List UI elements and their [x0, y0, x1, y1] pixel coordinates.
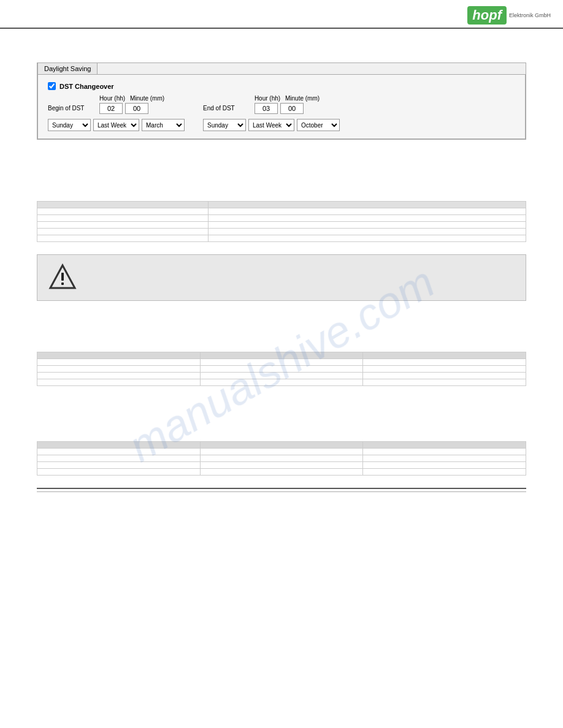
- logo: hopf Elektronik GmbH: [467, 6, 551, 25]
- table-row: [37, 208, 526, 215]
- begin-hour-label: Hour (hh): [97, 95, 128, 102]
- table3: [37, 441, 526, 476]
- table-row: [37, 366, 526, 373]
- end-minute-input[interactable]: 00: [280, 103, 304, 114]
- end-week-select[interactable]: First WeekSecond WeekThird Week Last Wee…: [248, 119, 294, 131]
- table-row: [37, 215, 526, 222]
- header: hopf Elektronik GmbH: [0, 0, 563, 29]
- end-day-select[interactable]: SundayMondayTuesday WednesdayThursdayFri…: [203, 119, 246, 131]
- begin-month-select[interactable]: JanuaryFebruaryMarch AprilMayJune JulyAu…: [142, 119, 185, 131]
- begin-day-select[interactable]: SundayMondayTuesday WednesdayThursdayFri…: [48, 119, 91, 131]
- dst-fields: Hour (hh) Minute (mm) Begin of DST 02 00…: [48, 95, 515, 131]
- end-minute-label: Minute (mm): [285, 95, 320, 102]
- dst-changeover-checkbox[interactable]: [48, 82, 56, 90]
- table2: [37, 352, 526, 386]
- table-row: [37, 455, 526, 462]
- dst-tab-label[interactable]: Daylight Saving: [37, 63, 98, 74]
- table1: [37, 201, 526, 242]
- dst-checkbox-row: DST Changeover: [48, 82, 515, 90]
- begin-dropdowns: SundayMondayTuesday WednesdayThursdayFri…: [48, 119, 185, 131]
- begin-week-select[interactable]: First WeekSecond WeekThird Week Last Wee…: [93, 119, 139, 131]
- logo-text: hopf: [467, 6, 507, 25]
- warning-box: [37, 254, 526, 301]
- bottom-line: [37, 488, 526, 489]
- dst-changeover-label: DST Changeover: [59, 83, 114, 90]
- table-row: [37, 449, 526, 455]
- table-row: [37, 379, 526, 386]
- svg-rect-2: [61, 282, 64, 285]
- begin-hour-input[interactable]: 02: [99, 103, 123, 114]
- table-row: [37, 462, 526, 469]
- table-row: [37, 229, 526, 235]
- table-row: [37, 359, 526, 366]
- end-dropdowns: SundayMondayTuesday WednesdayThursdayFri…: [203, 119, 340, 131]
- end-dst-label: End of DST: [203, 105, 252, 112]
- table-row: [37, 202, 526, 208]
- end-month-select[interactable]: JanuaryFebruaryMarch AprilMayJune JulyAu…: [297, 119, 340, 131]
- dst-panel-inner: DST Changeover Hour (hh) Minute (mm) Beg…: [37, 74, 526, 139]
- table-row: [37, 469, 526, 476]
- svg-rect-1: [61, 273, 64, 281]
- end-hour-label: Hour (hh): [252, 95, 283, 102]
- begin-minute-input[interactable]: 00: [125, 103, 148, 114]
- dst-panel: Daylight Saving DST Changeover Hour (hh)…: [37, 63, 526, 140]
- begin-dst-label: Begin of DST: [48, 105, 97, 112]
- table-row: [37, 235, 526, 242]
- logo-sub: Elektronik GmbH: [509, 12, 551, 19]
- page-content: Daylight Saving DST Changeover Hour (hh)…: [0, 29, 563, 504]
- end-hour-input[interactable]: 03: [255, 103, 278, 114]
- table-row: [37, 373, 526, 379]
- begin-minute-label: Minute (mm): [130, 95, 164, 102]
- warning-icon: [47, 262, 78, 293]
- table-row: [37, 222, 526, 229]
- table-row: [37, 442, 526, 449]
- table-row: [37, 352, 526, 359]
